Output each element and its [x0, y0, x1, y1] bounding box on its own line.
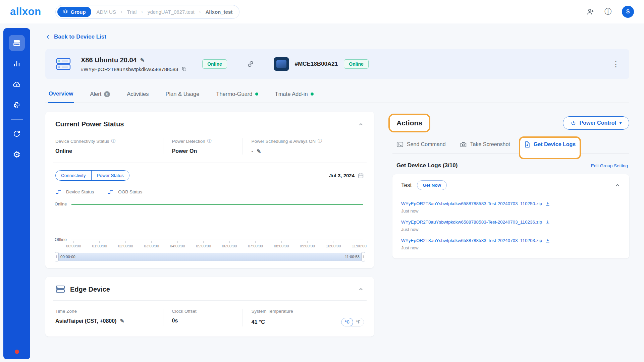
temperature-unit-toggle: °C °F: [341, 318, 364, 326]
power-card-title: Current Power Status: [55, 120, 124, 128]
caret-down-icon: ▾: [620, 121, 622, 125]
annotation-box-get-device-logs: [519, 136, 581, 159]
breadcrumb-item[interactable]: ydengUAT_0627.test: [148, 9, 195, 15]
log-file-link[interactable]: WYyEpOR2T8auYsbwtpkdkw6588788583-Test-20…: [401, 220, 542, 225]
info-icon[interactable]: ⓘ: [111, 138, 116, 144]
get-now-button[interactable]: Get Now: [417, 180, 447, 190]
download-icon[interactable]: [545, 238, 550, 243]
chevron-right-icon: ›: [141, 9, 143, 14]
legend-oob-status[interactable]: OOB Status: [107, 189, 142, 194]
terminal-icon: [396, 141, 404, 147]
group-pill[interactable]: Group: [57, 7, 91, 17]
collapse-chevron-icon[interactable]: [614, 182, 621, 188]
help-info-icon[interactable]: ⓘ: [604, 8, 612, 15]
camera-icon: [460, 141, 467, 147]
tab-get-device-logs[interactable]: Get Device Logs: [524, 141, 576, 148]
sidebar-item-plugins[interactable]: [9, 97, 25, 113]
unit-fahrenheit[interactable]: °F: [353, 318, 364, 326]
sidebar-item-ota-cloud[interactable]: [9, 76, 25, 93]
toggle-power-status[interactable]: Power Status: [91, 171, 129, 180]
oob-status-badge: Online: [344, 59, 369, 69]
download-icon[interactable]: [545, 220, 550, 225]
tab-alert[interactable]: Alert0: [89, 88, 111, 103]
collapse-chevron-icon[interactable]: [358, 286, 364, 292]
copy-icon[interactable]: [181, 66, 187, 72]
clock-offset-label: Clock Offset: [172, 309, 197, 314]
edit-schedule-icon[interactable]: ✎: [257, 148, 261, 155]
legend-device-status[interactable]: Device Status: [55, 189, 94, 194]
actions-title: Actions: [396, 119, 422, 127]
thermo-guard-status-dot: [255, 93, 258, 96]
y-axis-offline-label: Offline: [55, 237, 67, 242]
device-header-card: X86 Ubuntu 20.04 ✎ #WYyEpOR2T8auYsbwtpkd…: [45, 49, 629, 79]
device-name: X86 Ubuntu 20.04: [81, 56, 137, 64]
sidebar-item-settings[interactable]: ⚙: [9, 146, 25, 163]
time-range-slider[interactable]: 00:00:00 11:00:53 ‖ ‖: [57, 253, 363, 261]
chevron-right-icon: ›: [121, 9, 122, 14]
tab-activities[interactable]: Activities: [126, 88, 149, 103]
oob-device-id: #MCE18B00A21: [295, 61, 338, 67]
logs-count: (3/10): [443, 162, 458, 169]
back-link-label: Back to Device List: [54, 34, 106, 40]
sidebar-item-updates[interactable]: [9, 126, 25, 142]
kebab-menu-icon[interactable]: ⋮: [612, 60, 620, 68]
group-pill-label: Group: [71, 9, 86, 15]
breadcrumb-item[interactable]: ADM US: [97, 9, 116, 15]
sidebar: ⚙: [3, 28, 30, 359]
download-icon[interactable]: [545, 201, 550, 206]
back-to-device-list-link[interactable]: Back to Device List: [45, 34, 106, 40]
device-icon: [55, 56, 72, 72]
date-picker[interactable]: Jul 3, 2024: [329, 173, 364, 179]
collapse-chevron-icon[interactable]: [358, 121, 364, 127]
log-item: WYyEpOR2T8auYsbwtpkdkw6588788583-Test-20…: [401, 238, 621, 250]
invite-user-icon[interactable]: [586, 8, 594, 16]
edit-group-setting-link[interactable]: Edit Group Setting: [591, 163, 628, 168]
tab-take-screenshot[interactable]: Take Screenshot: [460, 141, 510, 147]
get-device-logs-heading: Get Device Logs: [396, 162, 441, 169]
selected-date: Jul 3, 2024: [329, 173, 355, 178]
y-axis-online-label: Online: [55, 202, 67, 206]
power-detection-value: Power On: [172, 148, 243, 154]
edge-device-icon: [55, 285, 65, 294]
puzzle-icon: [13, 101, 21, 109]
tab-overview[interactable]: Overview: [48, 88, 74, 103]
status-dot: [15, 350, 19, 354]
toggle-connectivity[interactable]: Connectivity: [56, 171, 91, 180]
tab-thermo-guard[interactable]: Thermo-Guard: [215, 88, 259, 103]
system-temperature-label: System Temperature: [252, 309, 293, 314]
avatar[interactable]: S: [622, 6, 634, 18]
time-zone-value: Asia/Taipei (CST, +0800): [55, 318, 116, 324]
log-item: WYyEpOR2T8auYsbwtpkdkw6588788583-Test-20…: [401, 220, 621, 232]
topbar: allxon Group ADM US › Trial › ydengUAT_0…: [0, 0, 644, 23]
log-timestamp: Just now: [401, 227, 621, 232]
oob-device-icon: [274, 57, 289, 71]
device-status-badge: Online: [202, 59, 227, 69]
slider-handle-right[interactable]: ‖: [361, 252, 365, 261]
edit-timezone-icon[interactable]: ✎: [120, 318, 124, 324]
log-file-link[interactable]: WYyEpOR2T8auYsbwtpkdkw6588788583-Test-20…: [401, 201, 542, 206]
power-scheduling-value: -: [252, 148, 253, 155]
refresh-icon: [13, 130, 21, 138]
device-serial: #WYyEpOR2T8auYsbwtpkdkw6588788583: [81, 66, 178, 72]
sidebar-item-analytics[interactable]: [9, 56, 25, 72]
unit-celsius[interactable]: °C: [341, 318, 353, 326]
devices-icon: [13, 39, 21, 47]
info-icon[interactable]: ⓘ: [207, 138, 212, 144]
alert-count-badge: 0: [104, 91, 110, 97]
info-icon[interactable]: ⓘ: [318, 138, 322, 144]
power-control-label: Power Control: [580, 120, 616, 126]
x-axis-tick-labels: 00:00:0001:00:00 02:00:0003:00:00 04:00:…: [66, 241, 367, 248]
breadcrumb-item[interactable]: Trial: [127, 9, 137, 15]
sidebar-item-devices[interactable]: [9, 35, 25, 51]
tab-tmate-addin[interactable]: Tmate Add-in: [274, 88, 314, 103]
log-item: WYyEpOR2T8auYsbwtpkdkw6588788583-Test-20…: [401, 201, 621, 214]
connectivity-status-label: Device Connectivity Status: [55, 139, 109, 144]
tab-plan-usage[interactable]: Plan & Usage: [165, 88, 200, 103]
main-content: Back to Device List X86 Ubuntu 20.04 ✎ #…: [30, 23, 644, 362]
power-control-button[interactable]: Power Control ▾: [563, 116, 629, 130]
tab-send-command[interactable]: Send Command: [396, 141, 446, 147]
slider-handle-left[interactable]: ‖: [55, 252, 59, 261]
edit-device-name-icon[interactable]: ✎: [140, 57, 145, 63]
log-file-link[interactable]: WYyEpOR2T8auYsbwtpkdkw6588788583-Test-20…: [401, 238, 542, 243]
chart-mode-toggle: Connectivity Power Status: [55, 170, 129, 181]
